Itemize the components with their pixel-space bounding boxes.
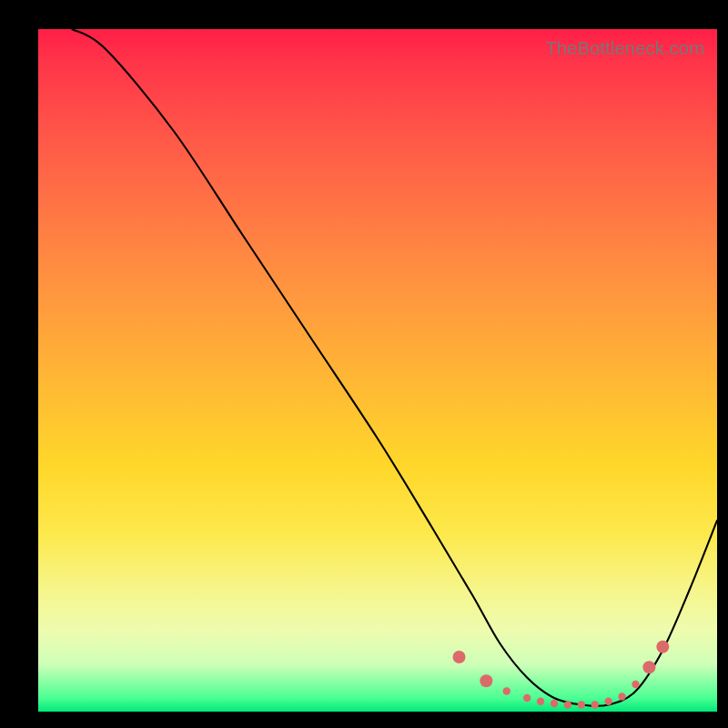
highlight-dot [578,701,585,708]
highlight-dots-group [453,641,670,709]
highlight-dot [564,701,571,708]
highlight-dot [604,698,612,705]
highlight-dot [523,694,531,702]
highlight-dot [632,681,639,688]
highlight-dot [551,700,558,707]
highlight-dot [618,693,625,700]
chart-plot-area: TheBottleneck.com [38,29,717,712]
highlight-dot [642,661,655,673]
highlight-dot [480,674,492,687]
highlight-dot [592,701,599,708]
curve-line [72,29,717,706]
highlight-dot [537,698,544,705]
highlight-dot [503,687,511,694]
chart-svg [38,29,717,712]
highlight-dot [656,641,669,653]
highlight-dot [453,651,466,663]
